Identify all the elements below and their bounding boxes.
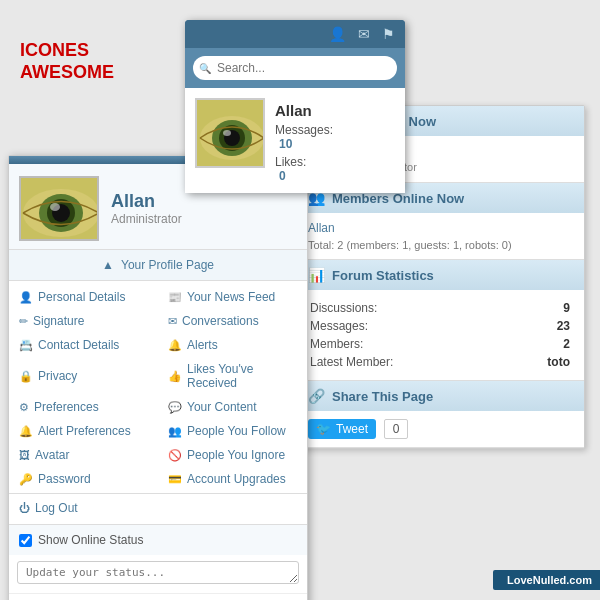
logout-label: Log Out xyxy=(35,501,78,515)
share-header: 🔗 Share This Page xyxy=(296,381,584,411)
search-wrap xyxy=(193,56,397,80)
profile-bottom: Show Online Status xyxy=(9,524,307,555)
members-label: Members: xyxy=(310,336,513,352)
forum-stats-body: Discussions: 9 Messages: 23 Members: 2 L… xyxy=(296,290,584,380)
user-icon[interactable]: 👤 xyxy=(329,26,346,42)
menu-item-news-feed[interactable]: 📰 Your News Feed xyxy=(158,285,307,309)
mail-icon[interactable]: ✉ xyxy=(358,26,370,42)
logout-icon: ⏻ xyxy=(19,502,30,514)
top-dropdown-user-info: Allan Messages:10 Likes:0 xyxy=(275,98,395,183)
alerts-label: Alerts xyxy=(187,338,218,352)
personal-details-label: Personal Details xyxy=(38,290,125,304)
password-icon: 🔑 xyxy=(19,473,33,486)
messages-label: Messages: xyxy=(310,318,513,334)
menu-item-people-ignore[interactable]: 🚫 People You Ignore xyxy=(158,443,307,467)
top-dropdown-profile: Allan Messages:10 Likes:0 xyxy=(185,88,405,193)
menu-item-password[interactable]: 🔑 Password xyxy=(9,467,158,491)
search-area xyxy=(185,48,405,88)
profile-main-avatar xyxy=(19,176,99,241)
table-row: Latest Member: toto xyxy=(310,354,570,370)
profile-main-info: Allan Administrator xyxy=(111,191,182,226)
account-upgrades-label: Account Upgrades xyxy=(187,472,286,486)
menu-item-alerts[interactable]: 🔔 Alerts xyxy=(158,333,307,357)
profile-page-link[interactable]: ▲ Your Profile Page xyxy=(9,250,307,281)
members-total: Total: 2 (members: 1, guests: 1, robots:… xyxy=(308,239,572,251)
menu-item-alert-preferences[interactable]: 🔔 Alert Preferences xyxy=(9,419,158,443)
messages-stat: Messages:10 xyxy=(275,123,395,151)
stats-icon: 📊 xyxy=(308,267,325,283)
svg-point-11 xyxy=(50,203,60,211)
share-icon: 🔗 xyxy=(308,388,325,404)
forum-stats-title: Forum Statistics xyxy=(332,268,434,283)
people-follow-icon: 👥 xyxy=(168,425,182,438)
signature-icon: ✏ xyxy=(19,315,28,328)
search-input[interactable] xyxy=(193,56,397,80)
show-online-text: Show Online Status xyxy=(38,533,143,547)
members-online-section: 👥 Members Online Now Allan Total: 2 (mem… xyxy=(296,183,584,260)
likes-received-icon: 👍 xyxy=(168,370,182,383)
messages-value: 23 xyxy=(515,318,570,334)
menu-item-likes-received[interactable]: 👍 Likes You've Received xyxy=(158,357,307,395)
top-dropdown-avatar xyxy=(195,98,265,168)
discussions-label: Discussions: xyxy=(310,300,513,316)
menu-item-preferences[interactable]: ⚙ Preferences xyxy=(9,395,158,419)
contact-details-icon: 📇 xyxy=(19,339,33,352)
menu-item-conversations[interactable]: ✉ Conversations xyxy=(158,309,307,333)
profile-dropdown: Allan Administrator ▲ Your Profile Page … xyxy=(8,155,308,600)
members-online-list: Allan xyxy=(308,221,572,235)
menu-item-people-follow[interactable]: 👥 People You Follow xyxy=(158,419,307,443)
svg-point-5 xyxy=(223,130,231,136)
contact-details-label: Contact Details xyxy=(38,338,119,352)
top-user-name: Allan xyxy=(275,102,395,119)
conversations-label: Conversations xyxy=(182,314,259,328)
table-row: Members: 2 xyxy=(310,336,570,352)
share-body: 🐦 Tweet 0 xyxy=(296,411,584,447)
discussions-line: Discussions: xyxy=(9,593,307,600)
menu-item-signature[interactable]: ✏ Signature xyxy=(9,309,158,333)
people-ignore-icon: 🚫 xyxy=(168,449,182,462)
forum-stats-header: 📊 Forum Statistics xyxy=(296,260,584,290)
status-update-input[interactable] xyxy=(17,561,299,584)
stats-table: Discussions: 9 Messages: 23 Members: 2 L… xyxy=(308,298,572,372)
menu-item-avatar[interactable]: 🖼 Avatar xyxy=(9,443,158,467)
watermark: LoveNulled.com xyxy=(493,570,600,590)
signature-label: Signature xyxy=(33,314,84,328)
discussions-value: 9 xyxy=(515,300,570,316)
alerts-icon: 🔔 xyxy=(168,339,182,352)
people-ignore-label: People You Ignore xyxy=(187,448,285,462)
share-title: Share This Page xyxy=(332,389,433,404)
latest-member-label: Latest Member: xyxy=(310,354,513,370)
profile-role: Administrator xyxy=(111,212,182,226)
menu-item-personal-details[interactable]: 👤 Personal Details xyxy=(9,285,158,309)
menu-divider xyxy=(9,493,307,494)
show-online-label[interactable]: Show Online Status xyxy=(19,533,143,547)
alert-preferences-icon: 🔔 xyxy=(19,425,33,438)
menu-item-logout[interactable]: ⏻ Log Out xyxy=(9,496,158,520)
share-section: 🔗 Share This Page 🐦 Tweet 0 xyxy=(296,381,584,448)
menu-item-contact-details[interactable]: 📇 Contact Details xyxy=(9,333,158,357)
menu-item-privacy[interactable]: 🔒 Privacy xyxy=(9,357,158,395)
tweet-button[interactable]: 🐦 Tweet xyxy=(308,419,376,439)
show-online-checkbox[interactable] xyxy=(19,534,32,547)
preferences-label: Preferences xyxy=(34,400,99,414)
news-feed-label: Your News Feed xyxy=(187,290,275,304)
conversations-icon: ✉ xyxy=(168,315,177,328)
tweet-label: Tweet xyxy=(336,422,368,436)
avatar-icon: 🖼 xyxy=(19,449,30,461)
your-content-label: Your Content xyxy=(187,400,257,414)
menu-item-your-content[interactable]: 💬 Your Content xyxy=(158,395,307,419)
top-dropdown-panel: 👤 ✉ ⚑ Allan Messages:10 xyxy=(185,20,405,193)
personal-details-icon: 👤 xyxy=(19,291,33,304)
status-update-area xyxy=(9,555,307,593)
menu-item-account-upgrades[interactable]: 💳 Account Upgrades xyxy=(158,467,307,491)
members-value: 2 xyxy=(515,336,570,352)
brand-title: ICONES AWESOME xyxy=(20,40,114,83)
table-row: Messages: 23 xyxy=(310,318,570,334)
preferences-icon: ⚙ xyxy=(19,401,29,414)
members-online-body: Allan Total: 2 (members: 1, guests: 1, r… xyxy=(296,213,584,259)
latest-member-value: toto xyxy=(515,354,570,370)
flag-icon[interactable]: ⚑ xyxy=(382,26,395,42)
your-content-icon: 💬 xyxy=(168,401,182,414)
avatar-label: Avatar xyxy=(35,448,69,462)
top-dropdown-header: 👤 ✉ ⚑ xyxy=(185,20,405,48)
